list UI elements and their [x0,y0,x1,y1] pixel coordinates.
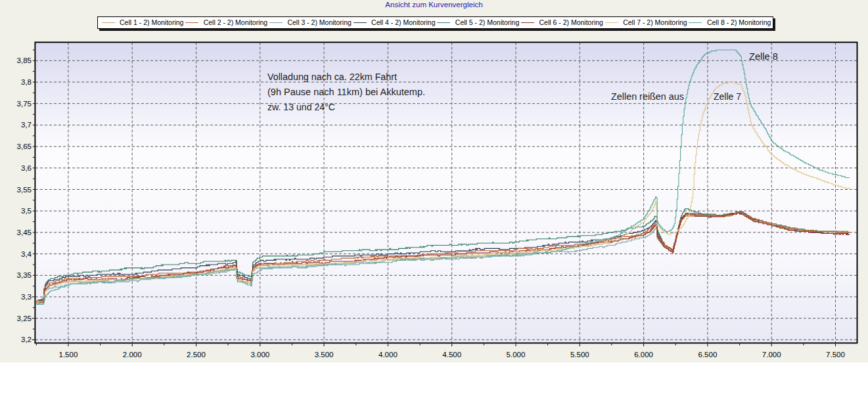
svg-text:3,65: 3,65 [17,142,32,150]
svg-text:3,6: 3,6 [21,164,32,172]
svg-text:7.500: 7.500 [826,351,845,359]
svg-text:3.500: 3.500 [315,351,334,359]
svg-text:Zellen reißen aus: Zellen reißen aus [611,91,684,102]
svg-text:3,2: 3,2 [21,336,32,343]
svg-text:3,45: 3,45 [17,229,32,236]
svg-text:3,75: 3,75 [17,100,32,108]
svg-text:1.500: 1.500 [59,351,78,359]
svg-text:4.000: 4.000 [378,351,398,359]
svg-text:5.000: 5.000 [507,351,526,359]
svg-text:2.500: 2.500 [187,351,206,359]
svg-text:4.500: 4.500 [442,351,461,359]
svg-text:2.000: 2.000 [123,351,142,359]
svg-text:3.000: 3.000 [250,351,269,359]
svg-text:Zelle 8: Zelle 8 [749,51,778,62]
svg-text:3,4: 3,4 [21,250,32,258]
svg-text:3,85: 3,85 [17,56,32,64]
svg-text:Volladung nach ca. 22km Fahrt: Volladung nach ca. 22km Fahrt [267,71,398,82]
svg-text:Zelle 7: Zelle 7 [714,91,741,102]
svg-text:7.000: 7.000 [762,351,781,359]
svg-text:3,25: 3,25 [17,315,32,322]
svg-text:6.000: 6.000 [634,351,653,359]
svg-text:3,8: 3,8 [21,78,32,86]
svg-text:3,3: 3,3 [21,293,32,301]
svg-text:3,5: 3,5 [21,207,32,215]
svg-text:3,35: 3,35 [17,271,32,279]
svg-text:(9h Pause nach 11km) bei Akkut: (9h Pause nach 11km) bei Akkutemp. [267,86,425,97]
svg-text:3,7: 3,7 [21,121,32,129]
svg-text:5.500: 5.500 [570,351,589,359]
svg-text:zw. 13 und 24°C: zw. 13 und 24°C [267,101,335,112]
svg-text:3,55: 3,55 [17,186,32,194]
svg-text:6.500: 6.500 [698,351,718,359]
